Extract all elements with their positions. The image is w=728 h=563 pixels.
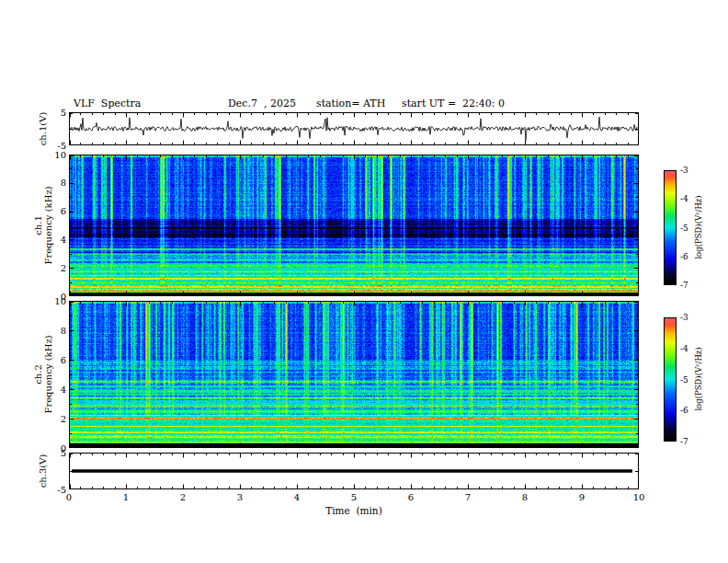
colorbar-tick-label: -6 [680,252,699,262]
y-tick-label: 2 [40,263,66,273]
ch2-frequency-axis-label: ch.2 Frequency (kHz) [33,335,53,413]
x-tick-label: 2 [173,492,193,502]
x-tick-label: 6 [401,492,421,502]
ch3-waveform-canvas [69,453,639,489]
y-tick-label: 5 [40,108,66,118]
x-tick-label: 10 [629,492,649,502]
colorbar-tick-label: -7 [680,437,699,447]
y-tick-label: 10 [40,296,66,306]
x-tick-label: 3 [230,492,250,502]
ch1-spectrogram-panel [69,155,639,296]
vlf-spectra-figure: VLF Spectra Dec.7 , 2025 station= ATH st… [0,0,728,563]
figure-station: station= ATH [316,98,385,109]
y-tick-label: 5 [40,448,66,458]
ch1-axis-channel-label: ch.1 [33,186,43,264]
y-tick-label: 4 [40,235,66,245]
colorbar-ch1 [664,170,677,285]
y-tick-label: 8 [40,178,66,188]
colorbar-tick-label: -3 [680,166,699,176]
x-tick-label: 7 [458,492,478,502]
colorbar-tick-label: -6 [680,406,699,416]
colorbar-ch1-canvas [664,170,677,285]
colorbar-ch2-canvas [664,317,677,442]
ch1-axis-frequency-label: Frequency (kHz) [43,186,53,264]
ch1-frequency-axis-label: ch.1 Frequency (kHz) [33,186,53,264]
colorbar-tick-label: -5 [680,224,699,234]
y-tick-label: -5 [40,485,66,495]
y-tick-label: 4 [40,385,66,395]
ch1-waveform-canvas [69,112,639,145]
x-tick-label: 4 [287,492,307,502]
ch1-spectrogram-canvas [69,155,639,296]
y-tick-label: 10 [40,150,66,160]
ch2-axis-frequency-label: Frequency (kHz) [43,335,53,413]
x-tick-label: 8 [515,492,535,502]
y-tick-label: 2 [40,414,66,424]
ch2-spectrogram-canvas [69,301,639,448]
ch2-spectrogram-panel [69,301,639,448]
x-tick-label: 5 [344,492,364,502]
figure-title: VLF Spectra [74,98,141,109]
figure-date: Dec.7 , 2025 [228,98,296,109]
time-axis-label: Time (min) [317,505,391,516]
colorbar-tick-label: -5 [680,375,699,385]
x-tick-label: 1 [116,492,136,502]
colorbar-ch2 [664,317,677,442]
ch2-axis-channel-label: ch.2 [33,335,43,413]
colorbar-tick-label: -3 [680,313,699,323]
colorbar-tick-label: -4 [680,194,699,204]
x-tick-label: 9 [572,492,592,502]
y-tick-label: 6 [40,355,66,365]
ch3-waveform-panel [69,453,639,489]
ch1-waveform-panel [69,112,639,145]
y-tick-label: 8 [40,326,66,336]
figure-start-ut: start UT = 22:40: 0 [402,98,505,109]
colorbar-tick-label: -7 [680,281,699,291]
ch3-voltage-axis-label: ch.3(V) [38,454,48,488]
y-tick-label: 6 [40,206,66,216]
colorbar-tick-label: -4 [680,344,699,354]
